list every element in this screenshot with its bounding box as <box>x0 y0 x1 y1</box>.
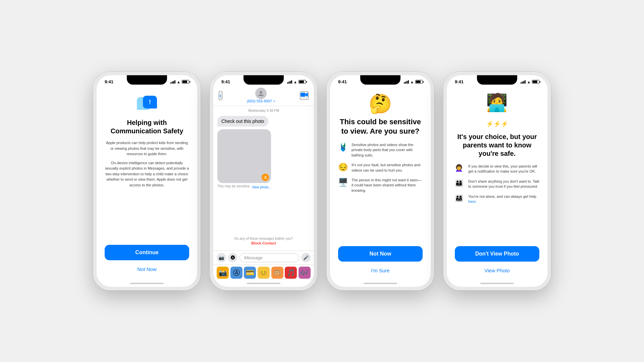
wifi-icon-4: ▲ <box>527 80 531 84</box>
sensitive-notice: This may be sensitive. View photo... <box>217 184 310 190</box>
home-indicator-3 <box>330 280 431 287</box>
phone4-content: 🧑‍💻⚡⚡⚡ It's your choice, but your parent… <box>447 86 547 280</box>
notch-3 <box>360 75 400 85</box>
view-photo-link[interactable]: View photo... <box>252 185 271 189</box>
contact-number[interactable]: (650) 555-8997 > <box>247 99 275 103</box>
info-emoji-p3: 👨‍👩‍👧 <box>455 194 465 202</box>
avatar <box>255 88 267 99</box>
message-bubble: Check out this photo <box>217 116 268 127</box>
signal-icon-2 <box>287 80 292 84</box>
info-text-p3: You're not alone, and can always get hel… <box>468 194 539 205</box>
battery-icon-3 <box>415 80 423 84</box>
svg-rect-1 <box>301 93 305 97</box>
video-call-button[interactable] <box>300 91 309 100</box>
wifi-icon-3: ▲ <box>410 80 414 84</box>
dock-bar: 📸 Ⓐ 💳 😊 🐵 🎵 🎶 <box>213 264 314 280</box>
notch-4 <box>477 75 517 85</box>
battery-icon-1 <box>182 80 189 84</box>
phone1-title: Helping with Communication Safety <box>105 119 189 135</box>
status-icons-2: ▲ <box>287 80 306 84</box>
info-text-p1: If you decide to view this, your parents… <box>468 164 539 174</box>
home-indicator-2 <box>213 280 314 287</box>
time-2: 9:41 <box>221 79 230 84</box>
dont-view-button[interactable]: Don't View Photo <box>455 246 539 262</box>
message-input[interactable]: iMessage <box>239 253 299 262</box>
phone-2: 9:41 ▲ ‹ <box>210 72 317 290</box>
memoji-dock-icon[interactable]: 😊 <box>258 267 270 279</box>
applepay-dock-icon[interactable]: 💳 <box>244 267 256 279</box>
info-row-1: 🩱 Sensitive photos and videos show the p… <box>338 142 423 158</box>
time-4: 9:41 <box>455 79 464 84</box>
time-3: 9:41 <box>338 79 347 84</box>
video-icon <box>301 92 308 97</box>
info-text-2: It's not your fault, but sensitive photo… <box>352 163 423 173</box>
music-dock-icon[interactable]: 🎵 <box>285 267 297 279</box>
time-1: 9:41 <box>105 79 113 84</box>
info-emoji-p2: 👨‍👩‍👦 <box>455 179 465 187</box>
warning-badge: ⚠ <box>262 174 269 181</box>
svg-point-0 <box>260 91 262 94</box>
status-icons-4: ▲ <box>521 80 539 84</box>
info-row-p3: 👨‍👩‍👧 You're not alone, and can always g… <box>455 194 539 205</box>
info-row-3: 🖥️ The person in this might not want it … <box>338 178 423 193</box>
phone1-content: ! Helping with Communication Safety Appl… <box>97 86 197 280</box>
msg-timestamp: Wednesday 5:38 PM <box>217 109 310 112</box>
notch-1 <box>127 75 167 85</box>
screen-4: 🧑‍💻⚡⚡⚡ It's your choice, but your parent… <box>447 86 547 280</box>
signal-icon-4 <box>521 80 526 84</box>
not-now-button-1[interactable]: Not Now <box>136 265 158 273</box>
phone-1: 9:41 ▲ ! <box>93 72 201 290</box>
photos-dock-icon[interactable]: 📸 <box>217 267 229 279</box>
safety-icon: ! <box>137 96 157 113</box>
screen-2: ‹ (650) 555-8997 > <box>213 86 314 280</box>
im-sure-button[interactable]: I'm Sure <box>370 266 391 275</box>
info-text-p3-part1: You're not alone, and can always get hel… <box>468 194 536 198</box>
bubble-front-icon: ! <box>143 96 157 108</box>
back-button[interactable]: ‹ <box>219 91 222 100</box>
audio-button[interactable]: 🎤 <box>301 253 311 262</box>
bother-text: Do any of these messages bother you? <box>217 237 310 240</box>
signal-icon-3 <box>404 80 409 84</box>
apps-button[interactable]: 🅐 <box>228 253 237 262</box>
info-row-2: 😔 It's not your fault, but sensitive pho… <box>338 163 423 173</box>
info-text-p2: Don't share anything you don't want to. … <box>468 179 539 189</box>
block-contact-link[interactable]: Block Contact <box>217 241 310 245</box>
info-emoji-2: 😔 <box>338 163 348 172</box>
appstore-dock-icon[interactable]: Ⓐ <box>230 267 243 279</box>
here-link[interactable]: here. <box>468 199 477 203</box>
thinking-emoji: 🤔 <box>369 94 392 113</box>
phone-4: 9:41 ▲ 🧑‍💻⚡⚡⚡ It's your choice, but your… <box>443 72 551 290</box>
person-icon <box>258 90 264 97</box>
exclaim-icon: ! <box>149 99 151 106</box>
info-emoji-3: 🖥️ <box>338 178 348 187</box>
contact-info: (650) 555-8997 > <box>247 88 275 103</box>
wifi-icon-2: ▲ <box>293 80 297 84</box>
camera-button[interactable]: 📷 <box>217 253 226 262</box>
info-emoji-1: 🩱 <box>338 142 348 152</box>
screen-1: ! Helping with Communication Safety Appl… <box>97 86 197 280</box>
continue-button[interactable]: Continue <box>105 245 189 260</box>
home-indicator-1 <box>97 280 197 287</box>
info-row-p1: 👩‍🦱 If you decide to view this, your par… <box>455 164 539 174</box>
warning-title: This could be sensitive to view. Are you… <box>338 117 423 136</box>
info-emoji-p1: 👩‍🦱 <box>455 164 465 172</box>
monkey-dock-icon[interactable]: 🐵 <box>271 267 283 279</box>
status-icons-1: ▲ <box>170 80 189 84</box>
status-icons-3: ▲ <box>404 80 423 84</box>
screen-3: 🤔 This could be sensitive to view. Are y… <box>330 86 431 280</box>
not-now-button-3[interactable]: Not Now <box>338 246 423 262</box>
wifi-icon-1: ▲ <box>177 80 180 84</box>
home-indicator-4 <box>447 280 547 287</box>
info-text-1: Sensitive photos and videos show the pri… <box>352 142 423 158</box>
message-input-bar: 📷 🅐 iMessage 🎤 <box>213 251 314 264</box>
battery-icon-4 <box>532 80 539 84</box>
extra-dock-icon[interactable]: 🎶 <box>299 267 311 279</box>
view-photo-button[interactable]: View Photo <box>483 266 511 275</box>
battery-icon-2 <box>299 80 306 84</box>
phone1-body1: Apple products can help protect kids fro… <box>105 140 189 157</box>
info-row-p2: 👨‍👩‍👦 Don't share anything you don't wan… <box>455 179 539 189</box>
signal-icon-1 <box>170 80 175 84</box>
messages-body: Wednesday 5:38 PM Check out this photo ⚠… <box>213 106 314 251</box>
info-text-3: The person in this might not want it see… <box>352 178 423 193</box>
phone4-title: It's your choice, but your parents want … <box>455 133 539 158</box>
